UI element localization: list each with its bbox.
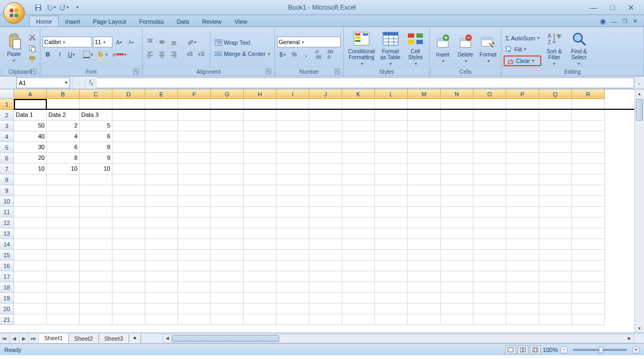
col-header-J[interactable]: J <box>309 89 342 99</box>
delete-cells-button[interactable]: Delete▾ <box>455 28 476 68</box>
cell-C10[interactable] <box>80 196 112 207</box>
cell-D14[interactable] <box>112 239 145 250</box>
cell-H12[interactable] <box>244 217 277 228</box>
row-header-21[interactable]: 21 <box>0 314 14 325</box>
cell-G7[interactable] <box>211 164 244 174</box>
cell-M16[interactable] <box>408 261 441 271</box>
cell-G12[interactable] <box>211 217 244 228</box>
clear-button[interactable]: Clear▾ <box>504 55 541 66</box>
cell-I15[interactable] <box>277 250 309 261</box>
cell-P19[interactable] <box>506 293 539 304</box>
cell-G6[interactable] <box>211 153 244 164</box>
row-header-12[interactable]: 12 <box>0 217 14 228</box>
cell-K10[interactable] <box>342 196 375 207</box>
cell-G4[interactable] <box>211 131 244 142</box>
cell-P6[interactable] <box>506 153 539 164</box>
maximize-button[interactable]: □ <box>607 2 618 13</box>
cell-P13[interactable] <box>506 228 539 239</box>
cell-P11[interactable] <box>506 207 539 217</box>
cell-G11[interactable] <box>211 207 244 217</box>
comma-button[interactable]: , <box>301 49 312 60</box>
cell-H1[interactable] <box>244 99 277 110</box>
cell-J21[interactable] <box>309 314 342 325</box>
merge-center-button[interactable]: Merge & Center▾ <box>213 48 272 59</box>
cell-L20[interactable] <box>375 304 408 314</box>
sheet-tab-2[interactable]: Sheet2 <box>69 334 99 343</box>
qat-customize-icon[interactable]: ▾ <box>72 3 82 12</box>
cell-G1[interactable] <box>211 99 244 110</box>
tab-view[interactable]: View <box>228 16 254 26</box>
cell-R10[interactable] <box>572 196 605 207</box>
cell-O21[interactable] <box>473 314 506 325</box>
cell-C11[interactable] <box>80 207 112 217</box>
cell-R1[interactable] <box>572 99 605 110</box>
worksheet-grid[interactable]: ABCDEFGHIJKLMNOPQR 123456789101112131415… <box>0 89 644 333</box>
cell-N16[interactable] <box>441 261 473 271</box>
cell-K19[interactable] <box>342 293 375 304</box>
cell-I17[interactable] <box>277 271 309 282</box>
cell-G14[interactable] <box>211 239 244 250</box>
conditional-formatting-button[interactable]: Conditional Formatting▾ <box>346 28 377 68</box>
cell-E17[interactable] <box>145 271 178 282</box>
cell-R15[interactable] <box>572 250 605 261</box>
cell-A11[interactable] <box>14 207 47 217</box>
row-header-6[interactable]: 6 <box>0 153 14 164</box>
cell-A17[interactable] <box>14 271 47 282</box>
cell-D2[interactable] <box>112 110 145 121</box>
cell-E10[interactable] <box>145 196 178 207</box>
cell-F3[interactable] <box>178 121 211 131</box>
cell-R21[interactable] <box>572 314 605 325</box>
office-button[interactable] <box>3 2 25 24</box>
cell-M8[interactable] <box>408 174 441 185</box>
cell-J16[interactable] <box>309 261 342 271</box>
vscroll-thumb[interactable] <box>636 99 643 121</box>
wrap-text-button[interactable]: Wrap Text <box>213 37 272 48</box>
cell-L9[interactable] <box>375 185 408 196</box>
cell-Q6[interactable] <box>539 153 572 164</box>
cell-J8[interactable] <box>309 174 342 185</box>
cell-R16[interactable] <box>572 261 605 271</box>
cell-B15[interactable] <box>47 250 80 261</box>
cell-R6[interactable] <box>572 153 605 164</box>
cell-H3[interactable] <box>244 121 277 131</box>
row-header-19[interactable]: 19 <box>0 293 14 304</box>
cell-N11[interactable] <box>441 207 473 217</box>
cell-M19[interactable] <box>408 293 441 304</box>
cell-L11[interactable] <box>375 207 408 217</box>
cut-button[interactable] <box>27 32 38 43</box>
cell-E1[interactable] <box>145 99 178 110</box>
row-header-15[interactable]: 15 <box>0 250 14 261</box>
cell-B10[interactable] <box>47 196 80 207</box>
page-layout-view-button[interactable] <box>518 346 528 354</box>
cell-M2[interactable] <box>408 110 441 121</box>
cell-N20[interactable] <box>441 304 473 314</box>
cell-I10[interactable] <box>277 196 309 207</box>
cell-F21[interactable] <box>178 314 211 325</box>
cell-M13[interactable] <box>408 228 441 239</box>
col-header-G[interactable]: G <box>211 89 244 99</box>
cell-M17[interactable] <box>408 271 441 282</box>
row-header-2[interactable]: 2 <box>0 110 14 121</box>
cell-C6[interactable]: 9 <box>80 153 112 164</box>
cell-P15[interactable] <box>506 250 539 261</box>
cell-F15[interactable] <box>178 250 211 261</box>
percent-button[interactable]: % <box>289 49 300 60</box>
paste-button[interactable]: Paste▾ <box>2 28 26 68</box>
cell-A5[interactable]: 30 <box>14 142 47 153</box>
zoom-value[interactable]: 100% <box>543 347 558 353</box>
cell-J6[interactable] <box>309 153 342 164</box>
cell-R4[interactable] <box>572 131 605 142</box>
cell-D11[interactable] <box>112 207 145 217</box>
row-header-20[interactable]: 20 <box>0 304 14 314</box>
cell-B18[interactable] <box>47 282 80 293</box>
sheet-tab-1[interactable]: Sheet1 <box>39 334 69 343</box>
scroll-up-icon[interactable]: ▲ <box>635 89 644 98</box>
col-header-O[interactable]: O <box>473 89 506 99</box>
cell-N14[interactable] <box>441 239 473 250</box>
fill-button[interactable]: Fill▾ <box>504 44 541 55</box>
cell-L21[interactable] <box>375 314 408 325</box>
cell-H17[interactable] <box>244 271 277 282</box>
cell-G10[interactable] <box>211 196 244 207</box>
cell-K8[interactable] <box>342 174 375 185</box>
cell-N7[interactable] <box>441 164 473 174</box>
